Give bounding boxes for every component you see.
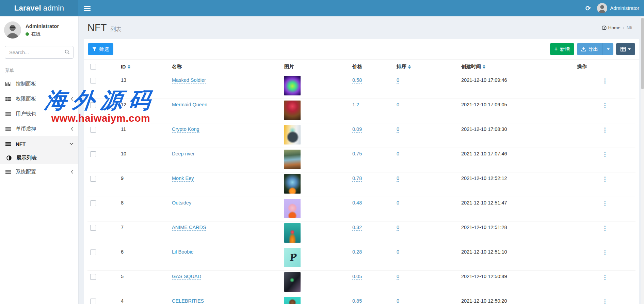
- refresh-icon[interactable]: ⟳: [585, 5, 591, 12]
- row-actions-button[interactable]: ⋮: [600, 200, 610, 207]
- nft-order-link[interactable]: 0: [397, 102, 399, 108]
- brand-bold: Laravel: [14, 4, 41, 13]
- sidebar-item-dashboard[interactable]: 控制面板: [0, 76, 78, 91]
- sidebar-menu: 控制面板 权限面板 用户钱包 单币质: [0, 76, 78, 179]
- column-header-created[interactable]: 创建时间: [461, 63, 485, 70]
- sidebar-item-user-wallet[interactable]: 用户钱包: [0, 106, 78, 121]
- sidebar-item-display-list[interactable]: 展示列表: [0, 151, 78, 164]
- thumbnail-glyph: P: [288, 252, 296, 263]
- row-actions-button[interactable]: ⋮: [600, 77, 610, 85]
- user-menu[interactable]: Administrator: [597, 3, 639, 13]
- row-actions-button[interactable]: ⋮: [600, 176, 610, 183]
- select-all-checkbox[interactable]: [90, 64, 96, 70]
- nft-price-link[interactable]: 0.78: [352, 176, 362, 182]
- nft-price-link[interactable]: 0.75: [352, 151, 362, 157]
- nft-id: 5: [118, 271, 169, 295]
- column-header-id[interactable]: ID: [121, 64, 130, 70]
- nft-name-link[interactable]: ANIME CARDS: [172, 225, 206, 231]
- box-toolbar: 筛选 + 新增 导出: [84, 39, 639, 60]
- nft-order-link[interactable]: 0: [397, 249, 399, 255]
- export-split-button: 导出: [577, 43, 613, 55]
- caret-down-icon: [628, 48, 631, 50]
- nft-order-link[interactable]: 0: [397, 126, 399, 133]
- nft-order-link[interactable]: 0: [397, 200, 399, 206]
- row-actions-button[interactable]: ⋮: [600, 151, 610, 158]
- list-box: 筛选 + 新增 导出: [84, 39, 639, 304]
- vertical-scrollbar[interactable]: [641, 16, 644, 304]
- sidebar-item-label: 权限面板: [16, 96, 36, 102]
- columns-button[interactable]: [616, 43, 635, 55]
- row-checkbox[interactable]: [90, 200, 96, 206]
- row-checkbox[interactable]: [90, 225, 96, 231]
- hamburger-icon: [84, 6, 91, 7]
- row-actions-button[interactable]: ⋮: [600, 274, 610, 281]
- row-checkbox[interactable]: [90, 299, 96, 304]
- row-checkbox[interactable]: [90, 102, 96, 108]
- row-checkbox[interactable]: [90, 78, 96, 83]
- row-checkbox[interactable]: [90, 127, 96, 133]
- sidebar-item-permissions[interactable]: 权限面板: [0, 91, 78, 106]
- nft-name-link[interactable]: Deep river: [172, 151, 195, 157]
- nft-name-link[interactable]: Mermaid Queen: [172, 102, 207, 108]
- sidebar-item-system-config[interactable]: 系统配置: [0, 164, 78, 179]
- nft-name-link[interactable]: Masked Soldier: [172, 77, 206, 83]
- nft-order-link[interactable]: 0: [397, 77, 399, 83]
- nft-name-link[interactable]: GAS SQUAD: [172, 274, 201, 280]
- nft-name-link[interactable]: CELEBRITIES: [172, 298, 204, 304]
- nft-price-link[interactable]: 0.58: [352, 77, 362, 83]
- nft-id: 11: [118, 123, 169, 148]
- sidebar-item-single-coin-staking[interactable]: 单币质押: [0, 121, 78, 136]
- row-checkbox[interactable]: [90, 274, 96, 280]
- nft-name-link[interactable]: Crypto Kong: [172, 126, 199, 133]
- column-header-order[interactable]: 排序: [397, 63, 411, 70]
- nft-price-link[interactable]: 0.32: [352, 225, 362, 231]
- nft-price-link[interactable]: 0.05: [352, 274, 362, 280]
- nft-price-link[interactable]: 0.28: [352, 249, 362, 255]
- nft-price-link[interactable]: 0.48: [352, 200, 362, 206]
- table-row: 12 Mermaid Queen 1.2 0 2021-12-10 17:09:…: [87, 99, 635, 123]
- nft-name-link[interactable]: Monk Eey: [172, 176, 194, 182]
- breadcrumb-home-link[interactable]: Home: [602, 25, 621, 30]
- table-row: 7 ANIME CARDS 0.32 0 2021-12-10 12:51:28…: [87, 222, 635, 246]
- export-dropdown-button[interactable]: [602, 43, 613, 55]
- row-actions-button[interactable]: ⋮: [600, 225, 610, 232]
- nft-order-link[interactable]: 0: [397, 274, 399, 280]
- nft-name-link[interactable]: Lil Boobie: [172, 249, 194, 255]
- row-checkbox[interactable]: [90, 151, 96, 157]
- brand-logo[interactable]: Laravel admin: [0, 0, 78, 16]
- row-actions-button[interactable]: ⋮: [600, 126, 610, 134]
- list-icon: [5, 142, 12, 146]
- nft-price-link[interactable]: 0.85: [352, 298, 362, 304]
- search-input[interactable]: [5, 46, 74, 59]
- sidebar-toggle-button[interactable]: [78, 0, 96, 16]
- sidebar-item-label: 单币质押: [16, 126, 36, 132]
- nft-order-link[interactable]: 0: [397, 151, 399, 157]
- row-actions-button[interactable]: ⋮: [600, 102, 610, 109]
- sidebar-item-nft[interactable]: NFT: [0, 136, 78, 151]
- add-button[interactable]: + 新增: [550, 43, 574, 55]
- search-icon[interactable]: [65, 49, 70, 55]
- filter-button-label: 筛选: [99, 46, 109, 52]
- status-dot-icon: [26, 32, 29, 36]
- nft-id: 10: [118, 148, 169, 172]
- sidebar: Administrator 在线 菜单 控制面板: [0, 16, 78, 304]
- scrollbar-thumb[interactable]: [641, 18, 644, 89]
- row-checkbox[interactable]: [90, 249, 96, 255]
- nft-table-body: 13 Masked Soldier 0.58 0 2021-12-10 17:0…: [87, 74, 635, 304]
- nft-order-link[interactable]: 0: [397, 225, 399, 231]
- row-checkbox[interactable]: [90, 176, 96, 182]
- breadcrumb-current: Nft: [627, 25, 632, 30]
- nft-price-link[interactable]: 1.2: [352, 102, 359, 108]
- nft-id: 4: [118, 295, 169, 304]
- table-row: 9 Monk Eey 0.78 0 2021-12-10 12:52:12 ⋮: [87, 172, 635, 197]
- row-actions-button[interactable]: ⋮: [600, 298, 610, 304]
- nft-id: 7: [118, 222, 169, 246]
- filter-button[interactable]: 筛选: [88, 43, 113, 55]
- brand-rest: admin: [43, 4, 64, 13]
- export-button[interactable]: 导出: [577, 43, 602, 55]
- nft-price-link[interactable]: 0.09: [352, 126, 362, 133]
- row-actions-button[interactable]: ⋮: [600, 249, 610, 256]
- nft-order-link[interactable]: 0: [397, 176, 399, 182]
- nft-name-link[interactable]: Outsidey: [172, 200, 191, 206]
- nft-order-link[interactable]: 0: [397, 298, 399, 304]
